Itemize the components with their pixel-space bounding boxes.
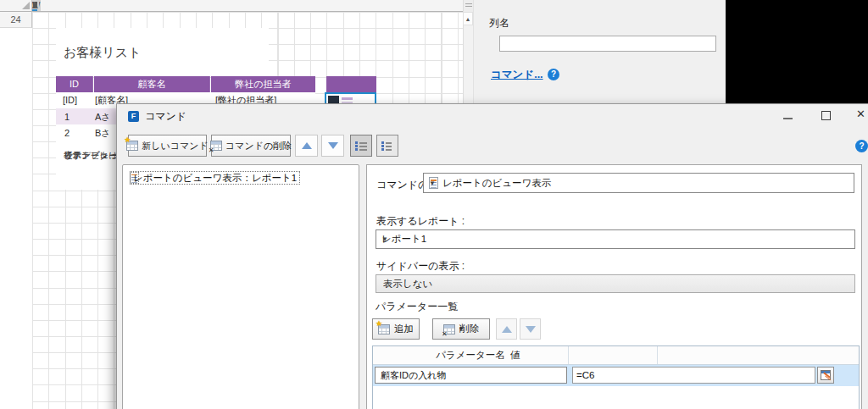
dialog-title: コマンド	[145, 110, 186, 123]
column-headers: ABCDEFGHIJKLMNOPQRSTUVWXYZA	[32, 0, 463, 12]
table-header-id[interactable]: ID	[56, 76, 93, 92]
note-line-4: 表示データは	[64, 150, 118, 160]
command-list-item-label: レポートのビューワ表示：レポート1	[130, 171, 300, 185]
report-dropdown[interactable]: レポート1 ▼	[376, 229, 855, 249]
command-select-dropdown[interactable]: レポートのビューワ表示 ▼	[423, 173, 854, 193]
parameter-table: パラメーター名 値 顧客IDの入れ物 ▼ =C6	[372, 345, 860, 409]
command-dialog: F コマンド ✕ ★ 新しいコマンド ✕ コマンドの削除 ? レポートのビューワ…	[116, 103, 868, 409]
chevron-down-icon: ⌄	[383, 279, 392, 288]
parameter-table-header: パラメーター名 値	[373, 346, 859, 365]
column-header-A[interactable]: A	[32, 0, 39, 11]
parameter-row[interactable]: 顧客IDの入れ物 ▼ =C6	[373, 365, 859, 386]
dropdown-caret-icon: ▼	[459, 326, 465, 332]
down-arrow-icon	[328, 142, 338, 149]
add-icon: ★	[378, 324, 390, 334]
cell-picker-button[interactable]	[817, 367, 834, 384]
table-header-rep[interactable]: 弊社の担当者	[211, 76, 315, 92]
command-list-panel[interactable]: レポートのビューワ表示：レポート1	[122, 164, 359, 409]
dropdown-caret-icon: ▼	[381, 372, 387, 379]
delete-command-button[interactable]: ✕ コマンドの削除	[211, 135, 291, 157]
list-view-button[interactable]	[376, 135, 398, 157]
row2-name[interactable]: Bさ	[95, 127, 111, 139]
sidebar-combobox[interactable]: 表示しない ⌄	[376, 274, 855, 293]
table-header-extra[interactable]	[326, 76, 376, 92]
down-arrow-icon	[526, 326, 536, 333]
param-down-button[interactable]	[520, 318, 541, 340]
command-link[interactable]: コマンド...	[491, 68, 543, 82]
command-settings-panel: コマンドの選択 : レポートのビューワ表示 ▼ 表示するレポート : レポート1…	[366, 164, 862, 409]
select-all-button[interactable]	[0, 0, 32, 12]
param-up-button[interactable]	[496, 318, 517, 340]
dialog-help-icon[interactable]: ?	[855, 140, 868, 152]
app-logo-icon: F	[128, 111, 139, 122]
sidebar-label: サイドバーの表示 :	[376, 259, 465, 274]
scrollbar-corner	[463, 0, 473, 12]
sheet-title-text: お客様リスト	[64, 44, 141, 60]
background-black-area	[726, 0, 868, 104]
row2-id[interactable]: 2	[64, 127, 70, 139]
scroll-up-button[interactable]: ▲	[463, 12, 473, 25]
select-all-triangle-icon	[22, 2, 30, 9]
dropdown-caret-icon: ▼	[381, 235, 388, 243]
param-name-dropdown[interactable]: 顧客IDの入れ物 ▼	[375, 367, 567, 384]
up-arrow-icon	[502, 326, 512, 333]
template-cell-id[interactable]: [ID]	[63, 94, 77, 106]
table-header-name[interactable]: 顧客名	[94, 76, 210, 92]
param-value-input[interactable]: =C6	[572, 367, 815, 384]
outline-view-icon	[355, 141, 367, 151]
up-arrow-icon	[302, 142, 312, 149]
help-icon[interactable]: ?	[548, 69, 559, 80]
param-list-label: パラメーター一覧	[376, 300, 458, 314]
delete-icon: ✕	[443, 324, 455, 334]
list-view-icon	[381, 141, 393, 151]
param-delete-button[interactable]: ✕ 削除 ▼	[432, 318, 490, 340]
column-name-label: 列名	[489, 16, 509, 30]
delete-command-icon: ✕	[210, 141, 222, 151]
minimize-icon[interactable]	[783, 118, 793, 119]
param-add-button[interactable]: ★ 追加	[372, 318, 420, 340]
close-icon[interactable]: ✕	[856, 107, 865, 122]
app-screen: お客様リスト リストビュー1行テンプレーです。表示データは ID 顧客名 弊社の…	[0, 0, 868, 409]
report-label: 表示するレポート :	[376, 214, 465, 229]
dropdown-caret-icon: ▼	[429, 180, 436, 187]
row-header-24[interactable]: 24	[0, 12, 32, 28]
command-list-item[interactable]: レポートのビューワ表示：レポート1	[130, 170, 139, 185]
new-command-button[interactable]: ★ 新しいコマンド	[128, 135, 207, 157]
outline-view-button[interactable]	[350, 135, 372, 157]
row-headers: 123456789101112131415161718192021222324	[0, 12, 32, 409]
maximize-icon[interactable]	[821, 111, 831, 120]
new-command-icon: ★	[126, 141, 138, 151]
row1-id[interactable]: 1	[64, 111, 70, 123]
param-value-header: 値	[373, 346, 658, 364]
cell-picker-icon	[821, 370, 831, 380]
row1-name[interactable]: Aさ	[95, 111, 111, 123]
move-down-button[interactable]	[321, 135, 344, 157]
move-up-button[interactable]	[295, 135, 318, 157]
column-name-input[interactable]	[499, 36, 716, 52]
